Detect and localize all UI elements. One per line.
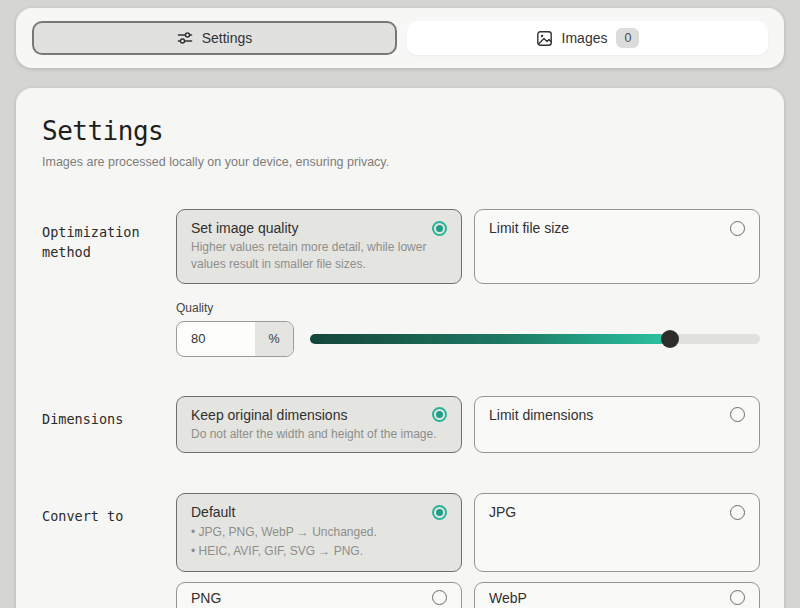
option-title: Set image quality [191, 220, 298, 236]
option-png[interactable]: PNG [176, 582, 462, 608]
option-set-image-quality[interactable]: Set image quality Higher values retain m… [176, 209, 462, 284]
quality-slider[interactable] [310, 330, 760, 348]
option-limit-dimensions[interactable]: Limit dimensions [474, 396, 760, 454]
bullet-item: JPG, PNG, WebP → Unchanged. [191, 523, 447, 542]
page-subtitle: Images are processed locally on your dev… [42, 155, 760, 169]
option-title: PNG [191, 590, 221, 606]
option-description: Higher values retain more detail, while … [191, 239, 447, 273]
tab-settings[interactable]: Settings [32, 21, 397, 55]
tab-bar: Settings Images 0 [16, 8, 784, 68]
option-keep-original-dimensions[interactable]: Keep original dimensions Do not alter th… [176, 396, 462, 454]
convert-to-label: Convert to [42, 493, 176, 608]
option-bullets: JPG, PNG, WebP → Unchanged. HEIC, AVIF, … [191, 523, 447, 560]
option-title: Limit file size [489, 220, 569, 236]
option-description: Do not alter the width and height of the… [191, 426, 447, 443]
option-limit-file-size[interactable]: Limit file size [474, 209, 760, 284]
quality-input-group: % [176, 321, 294, 357]
option-webp[interactable]: WebP [474, 582, 760, 608]
quality-unit: % [255, 322, 293, 356]
quality-label: Quality [176, 301, 760, 315]
tab-images-label: Images [562, 30, 608, 46]
radio-unselected-icon[interactable] [730, 221, 745, 236]
quality-slider-thumb[interactable] [661, 330, 679, 348]
image-icon [536, 30, 553, 47]
radio-unselected-icon[interactable] [730, 407, 745, 422]
option-title: JPG [489, 504, 516, 520]
sliders-icon [177, 30, 193, 46]
option-title: Limit dimensions [489, 407, 593, 423]
dimensions-label: Dimensions [42, 396, 176, 454]
tab-settings-label: Settings [202, 30, 253, 46]
quality-input[interactable] [177, 322, 255, 356]
option-jpg[interactable]: JPG [474, 493, 760, 571]
images-count-badge: 0 [616, 28, 639, 48]
tab-images[interactable]: Images 0 [407, 21, 768, 55]
option-default[interactable]: Default JPG, PNG, WebP → Unchanged. HEIC… [176, 493, 462, 571]
option-title: Keep original dimensions [191, 407, 347, 423]
optimization-options: Set image quality Higher values retain m… [176, 209, 760, 284]
settings-panel: Settings Images are processed locally on… [16, 88, 784, 608]
radio-selected-icon[interactable] [432, 221, 447, 236]
radio-unselected-icon[interactable] [730, 590, 745, 605]
optimization-method-label: Optimization method [42, 209, 176, 284]
radio-selected-icon[interactable] [432, 505, 447, 520]
quality-slider-fill [310, 334, 670, 344]
radio-unselected-icon[interactable] [432, 590, 447, 605]
page-title: Settings [42, 116, 760, 146]
bullet-item: HEIC, AVIF, GIF, SVG → PNG. [191, 542, 447, 561]
convert-options: Default JPG, PNG, WebP → Unchanged. HEIC… [176, 493, 760, 608]
option-title: WebP [489, 590, 527, 606]
optimization-method-row: Optimization method Set image quality Hi… [42, 209, 760, 284]
option-title: Default [191, 504, 235, 520]
radio-selected-icon[interactable] [432, 407, 447, 422]
dimensions-row: Dimensions Keep original dimensions Do n… [42, 396, 760, 454]
radio-unselected-icon[interactable] [730, 505, 745, 520]
convert-to-row: Convert to Default JPG, PNG, WebP → Unch… [42, 493, 760, 608]
dimensions-options: Keep original dimensions Do not alter th… [176, 396, 760, 454]
quality-block: Quality % [176, 301, 760, 357]
